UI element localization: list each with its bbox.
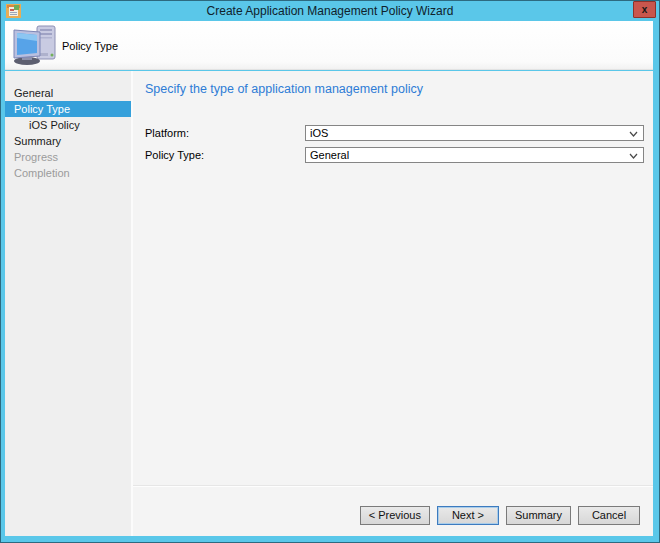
policy-type-label: Policy Type:	[145, 147, 204, 163]
wizard-window: Create Application Management Policy Wiz…	[0, 0, 660, 543]
platform-select-value: iOS	[310, 126, 328, 140]
sidebar-item-policy-type[interactable]: Policy Type	[5, 101, 131, 117]
policy-type-select-value: General	[310, 148, 349, 162]
sidebar-item-completion: Completion	[5, 165, 131, 181]
cancel-button[interactable]: Cancel	[578, 506, 640, 525]
chevron-down-icon	[629, 131, 638, 137]
next-button[interactable]: Next >	[437, 506, 499, 525]
platform-label: Platform:	[145, 125, 189, 141]
summary-button[interactable]: Summary	[506, 506, 571, 525]
title-bar[interactable]: Create Application Management Policy Wiz…	[1, 1, 659, 21]
wizard-header: Policy Type	[5, 21, 653, 70]
previous-button[interactable]: < Previous	[360, 506, 430, 525]
page-title: Policy Type	[62, 21, 118, 70]
policy-type-row: Policy Type: General	[145, 147, 644, 163]
sidebar-item-ios-policy[interactable]: iOS Policy	[5, 117, 131, 133]
platform-select[interactable]: iOS	[305, 125, 644, 141]
platform-row: Platform: iOS	[145, 125, 644, 141]
content-panel: Specify the type of application manageme…	[131, 71, 653, 536]
policy-type-select[interactable]: General	[305, 147, 644, 163]
window-title: Create Application Management Policy Wiz…	[1, 1, 659, 21]
computer-icon	[12, 25, 58, 66]
content-heading: Specify the type of application manageme…	[145, 82, 423, 96]
close-button[interactable]: x	[633, 1, 656, 18]
sidebar-item-general[interactable]: General	[5, 85, 131, 101]
sidebar-item-progress: Progress	[5, 149, 131, 165]
footer-divider	[133, 485, 653, 487]
main-area: General Policy Type iOS Policy Summary P…	[5, 71, 653, 536]
chevron-down-icon	[629, 153, 638, 159]
wizard-step-sidebar: General Policy Type iOS Policy Summary P…	[5, 71, 131, 536]
sidebar-item-summary[interactable]: Summary	[5, 133, 131, 149]
footer-buttons: < Previous Next > Summary Cancel	[360, 506, 640, 525]
